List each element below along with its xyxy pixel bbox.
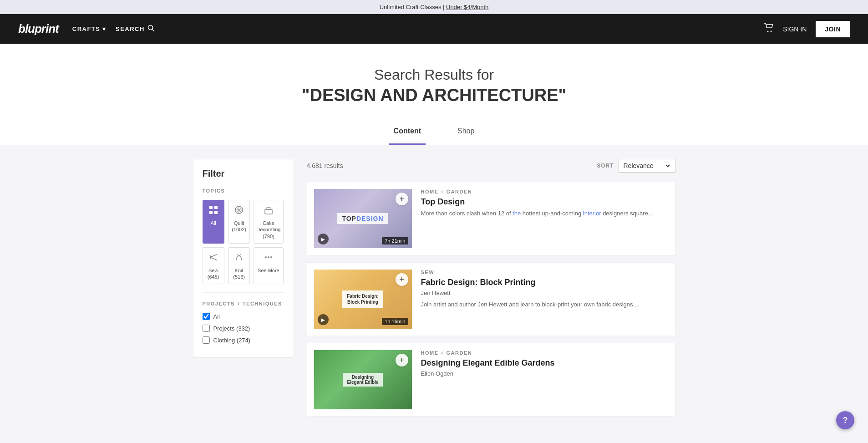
result-desc-top-design: More than colors clash when 12 of the ho… [421,209,668,218]
svg-point-3 [771,31,772,32]
results-area: 4,681 results SORT Relevance Newest Olde… [307,159,675,423]
header-right: SIGN IN JOIN [764,21,850,37]
knit-icon [234,252,244,265]
topic-knit[interactable]: Knit(516) [228,247,250,285]
search-icon [147,25,155,33]
add-to-list-button-top-design[interactable]: + [396,193,408,205]
add-to-list-button-garden[interactable]: + [396,354,408,367]
filter-sidebar: Filter TOPICS All [193,159,293,358]
nav-crafts[interactable]: CRAFTS ▾ [72,25,107,32]
checkbox-clothing[interactable]: Clothing (274) [203,336,284,344]
topic-see-more-label: See More [258,267,279,274]
tab-shop[interactable]: Shop [453,119,479,145]
cake-icon [264,205,274,218]
nav-search[interactable]: SEARCH [116,25,155,33]
checkbox-projects[interactable]: Projects (332) [203,325,284,332]
banner-text: Unlimited Craft Classes | [380,4,445,10]
play-icon-fabric: ▶ [318,314,329,325]
add-to-list-button-fabric[interactable]: + [396,273,408,286]
sort-select[interactable]: Relevance Newest Oldest Most Popular [619,159,675,173]
quilt-icon [234,205,244,218]
result-author-garden: Ellen Ogden [421,370,668,377]
result-card-garden: DesigningElegant Edible + HOME + GARDEN … [307,343,675,417]
topic-see-more[interactable]: See More [254,247,283,285]
svg-point-19 [268,256,269,258]
topic-cake[interactable]: Cake Decorating(790) [254,200,283,244]
join-button[interactable]: JOIN [816,21,850,37]
play-icon-top-design: ▶ [318,234,329,244]
svg-line-13 [210,255,217,257]
search-results-for-label: Search Results for [9,66,859,83]
topic-quilt-label: Quilt(1002) [232,220,246,233]
result-category-fabric: SEW [421,270,668,275]
filter-title: Filter [203,168,284,179]
banner-link[interactable]: Under $4/Month [446,4,488,10]
result-thumb-fabric-design[interactable]: Fabric Design:Block Printing + ▶ 1h 16mi… [314,270,412,329]
checkbox-clothing-input[interactable] [203,336,210,344]
cart-icon[interactable] [764,23,774,35]
search-label: SEARCH [116,25,145,32]
help-button[interactable]: ? [836,411,854,429]
projects-section-title: PROJECTS + TECHNIQUES [203,301,284,306]
topic-all-label: All [211,220,216,226]
topic-quilt[interactable]: Quilt(1002) [228,200,250,244]
top-banner: Unlimited Craft Classes | Under $4/Month [0,0,868,14]
sort-container: SORT Relevance Newest Oldest Most Popula… [597,159,675,173]
main-content: Filter TOPICS All [184,159,685,423]
svg-line-14 [210,257,217,260]
crafts-label: CRAFTS [72,25,101,32]
topic-sew-label: Sew(645) [208,267,219,280]
checkbox-all-label: All [213,313,220,320]
highlight-interior: interior [583,210,601,217]
svg-line-17 [239,255,241,256]
topic-cake-label: Cake Decorating(790) [256,220,280,239]
search-query-text: "DESIGN AND ARCHITECTURE" [9,86,859,105]
checkbox-all[interactable]: All [203,313,284,320]
duration-badge-top-design: 7h 21min [382,237,408,244]
help-icon: ? [843,416,848,425]
checkbox-all-input[interactable] [203,313,210,320]
sign-in-button[interactable]: SIGN IN [783,25,807,33]
svg-rect-5 [214,206,218,209]
sew-icon [208,252,218,265]
checkbox-projects-label: Projects (332) [213,325,250,332]
tab-content[interactable]: Content [389,119,426,145]
result-title-garden[interactable]: Designing Elegant Edible Gardens [421,358,668,368]
svg-rect-7 [214,211,218,214]
results-header: 4,681 results SORT Relevance Newest Olde… [307,159,675,173]
header: bluprint CRAFTS ▾ SEARCH SIGN IN JOIN [0,14,868,44]
result-category-garden: HOME + GARDEN [421,350,668,356]
logo[interactable]: bluprint [18,22,59,36]
result-card-fabric-design: Fabric Design:Block Printing + ▶ 1h 16mi… [307,262,675,336]
svg-point-20 [270,256,272,258]
results-count: 4,681 results [307,162,343,169]
svg-point-18 [265,256,267,258]
svg-point-2 [767,31,769,32]
result-desc-fabric: Join artist and author Jen Hewett and le… [421,300,668,309]
result-card-top-design: TOPDESIGN + ▶ 7h 21min HOME + GARDEN Top… [307,182,675,255]
result-title-top-design[interactable]: Top Design [421,197,668,207]
result-info-top-design: HOME + GARDEN Top Design More than color… [421,189,668,248]
svg-rect-4 [209,206,213,209]
result-info-garden: HOME + GARDEN Designing Elegant Edible G… [421,350,668,409]
filter-divider [203,292,284,293]
grid-icon [208,205,218,218]
result-title-fabric[interactable]: Fabric Design: Block Printing [421,278,668,287]
svg-line-1 [152,30,154,31]
result-thumb-garden[interactable]: DesigningElegant Edible + [314,350,412,409]
result-thumb-top-design[interactable]: TOPDESIGN + ▶ 7h 21min [314,189,412,248]
highlight-the: the [513,210,521,217]
result-category-top-design: HOME + GARDEN [421,189,668,194]
topic-all[interactable]: All [203,200,224,244]
projects-section: PROJECTS + TECHNIQUES All Projects (332)… [203,301,284,344]
checkbox-clothing-label: Clothing (274) [213,337,251,344]
topics-section-title: TOPICS [203,188,284,193]
search-results-header: Search Results for "DESIGN AND ARCHITECT… [0,44,868,119]
topic-sew[interactable]: Sew(645) [203,247,224,285]
tabs-container: Content Shop [0,119,868,145]
result-author-fabric: Jen Hewett [421,290,668,296]
topics-grid: All Quilt(1002) [203,200,284,284]
svg-rect-6 [209,211,213,214]
sort-label: SORT [597,163,614,169]
checkbox-projects-input[interactable] [203,325,210,332]
